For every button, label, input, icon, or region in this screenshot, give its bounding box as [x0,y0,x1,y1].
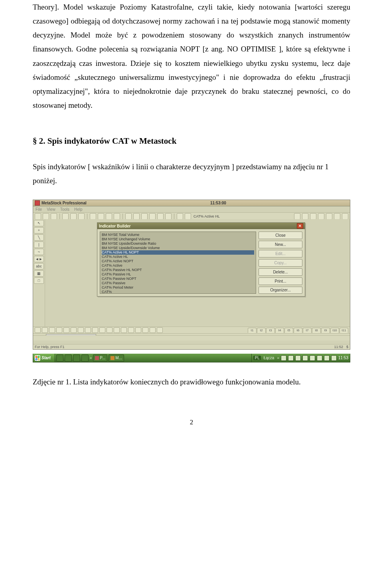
toolbar-button[interactable] [128,327,134,333]
toolbar-button[interactable] [51,213,57,220]
edit-button[interactable]: Edit... [259,250,302,257]
quicklaunch-button[interactable] [73,354,80,362]
toolbar-button[interactable] [35,327,41,333]
tray-icon[interactable] [288,355,294,361]
list-item[interactable]: CAT% [102,290,254,294]
toolbar-button[interactable] [43,213,49,220]
toolbar-button[interactable] [90,213,96,220]
toolbar-button[interactable] [318,213,324,220]
quicklaunch-button[interactable] [56,354,63,362]
palette-pointer[interactable]: ↖ [34,220,44,226]
toolbar-button[interactable] [35,213,41,220]
toolbar-button[interactable] [71,327,77,333]
start-button[interactable]: Start [33,354,55,362]
quicklaunch-button[interactable] [81,354,89,362]
palette-text[interactable]: abc [34,263,44,269]
timeframe-tab[interactable]: t11 [340,328,348,333]
toolbar-button[interactable] [135,327,141,333]
toolbar-button[interactable] [342,213,348,220]
toolbar-button[interactable] [98,213,104,220]
network-label[interactable]: Łącza [263,356,276,360]
dialog-close-icon[interactable]: ✕ [297,223,303,229]
toolbar-button[interactable] [99,327,105,333]
toolbar-button[interactable] [114,327,120,333]
palette-arrows[interactable]: ◄► [34,256,44,262]
palette-grid[interactable]: ▦ [34,270,44,277]
tray-icon[interactable] [317,355,322,361]
list-item[interactable]: BM NYSE Unchanged Volume [102,237,254,242]
tray-icon[interactable] [331,355,337,361]
list-item[interactable]: CAT% Passive [102,281,254,285]
toolbar-button[interactable] [121,327,127,333]
palette-line[interactable]: ╲ [34,234,44,241]
toolbar-button[interactable] [157,213,164,220]
toolbar-button[interactable] [85,327,91,333]
toolbar-button[interactable] [149,213,156,220]
list-item[interactable]: CAT% Period Meter [102,285,254,290]
list-item[interactable]: BM NYSE Upside/Downside Volume [102,246,254,250]
list-item-selected[interactable]: CAT% Active HL NOPT [102,250,254,255]
toolbar-button[interactable] [310,213,316,220]
toolbar-button[interactable] [62,213,69,220]
language-indicator[interactable]: PL [253,356,261,360]
toolbar-button[interactable] [107,327,113,333]
toolbar-button[interactable] [92,327,98,333]
tray-icon[interactable] [310,355,315,361]
palette-vertical[interactable]: | [34,242,44,248]
toolbar-button[interactable] [294,213,300,220]
toolbar-button[interactable] [177,213,183,220]
toolbar-button[interactable] [165,213,172,220]
toolbar-button[interactable] [49,327,55,333]
list-item[interactable]: BM NYSE Total Volume [102,233,254,237]
toolbar-button[interactable] [141,213,148,220]
organizer-button[interactable]: Organizer... [259,287,302,294]
timeframe-tab[interactable]: t4 [275,328,284,333]
toolbar-button[interactable] [142,327,148,333]
toolbar-button[interactable] [133,213,140,220]
toolbar-button[interactable] [326,213,332,220]
timeframe-tab[interactable]: t1 [248,328,257,333]
toolbar-button[interactable] [63,327,69,333]
timeframe-tab[interactable]: t6 [294,328,302,333]
quicklaunch-button[interactable] [65,354,72,362]
list-item[interactable]: BM NYSE Upside/Downside Ratio [102,242,254,246]
timeframe-tab[interactable]: t7 [303,328,312,333]
menu-help[interactable]: Help [74,207,83,212]
timeframe-tab[interactable]: t9 [321,328,330,333]
toolbar-button[interactable] [114,213,120,220]
toolbar-button[interactable] [334,213,340,220]
toolbar-button[interactable] [106,213,112,220]
toolbar-button[interactable] [150,327,156,333]
close-button[interactable]: Close [259,232,302,239]
indicator-listbox[interactable]: BM NYSE Total Volume BM NYSE Unchanged V… [100,232,256,294]
delete-button[interactable]: Delete... [259,268,302,276]
menu-tools[interactable]: Tools [60,207,69,212]
list-item[interactable]: CAT% Passive NOPT [102,277,254,281]
print-button[interactable]: Print... [259,277,302,285]
toolbar-button[interactable] [56,327,62,333]
list-item[interactable]: CAT% Passive HL [102,272,254,277]
timeframe-tab[interactable]: t2 [257,328,266,333]
toolbar-button[interactable] [302,213,308,220]
list-item[interactable]: CAT% Passive HL NOPT [102,268,254,272]
timeframe-tab[interactable]: t10 [330,328,339,333]
toolbar-button[interactable] [42,327,48,333]
taskbar-task[interactable]: M... [109,354,124,362]
timeframe-tab[interactable]: t8 [312,328,321,333]
palette-box[interactable]: □ [34,277,44,284]
toolbar-button[interactable] [78,213,85,220]
copy-button[interactable]: Copy... [259,259,302,267]
list-item[interactable]: CAT% Active HL [102,255,254,259]
palette-wave[interactable]: ~ [34,249,44,255]
toolbar-button[interactable] [185,213,191,220]
menu-view[interactable]: View [47,207,55,212]
toolbar-button[interactable] [125,213,132,220]
tray-icon[interactable] [295,355,301,361]
tray-icon[interactable] [302,355,308,361]
taskbar-task[interactable]: P... [93,354,107,362]
menu-file[interactable]: File [36,207,42,212]
tray-icon[interactable] [281,355,286,361]
toolbar-button[interactable] [78,327,84,333]
timeframe-tab[interactable]: t5 [284,328,293,333]
list-item[interactable]: CAT% Active NOPT [102,259,254,263]
